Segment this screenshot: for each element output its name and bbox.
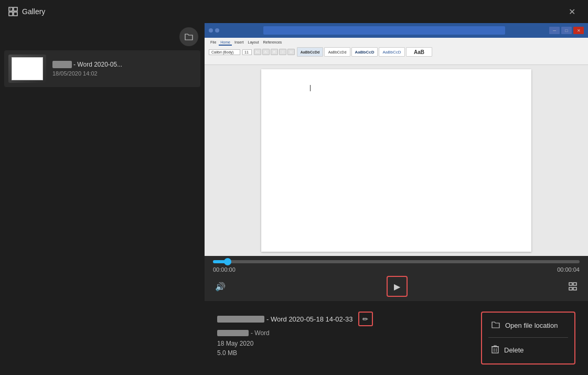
open-folder-icon bbox=[491, 321, 500, 330]
recording-list: - Word 2020-05... 18/05/2020 14:02 bbox=[4, 50, 200, 87]
video-controls: 00:00:00 00:00:04 🔊 ▶ bbox=[205, 256, 588, 301]
blurred-name bbox=[52, 61, 72, 68]
file-info: - Word 2020-05-18 14-02-33 ✏ - Word 18 M… bbox=[217, 312, 460, 357]
folder-icon bbox=[185, 33, 193, 40]
svg-rect-7 bbox=[569, 287, 572, 290]
video-container: ─ □ ✕ File Home Insert Layout bbox=[205, 23, 588, 256]
svg-rect-3 bbox=[14, 12, 17, 16]
word-page bbox=[261, 69, 531, 252]
title-bar: Gallery ✕ bbox=[0, 0, 588, 23]
volume-icon: 🔊 bbox=[215, 282, 226, 292]
open-file-location-button[interactable]: Open file location bbox=[488, 317, 568, 334]
recording-thumbnail bbox=[8, 55, 46, 83]
fullscreen-button[interactable] bbox=[566, 280, 580, 293]
folder-button[interactable] bbox=[179, 27, 198, 46]
file-title: - Word 2020-05-18 14-02-33 bbox=[217, 315, 353, 323]
svg-rect-9 bbox=[492, 347, 498, 353]
fullscreen-icon bbox=[568, 282, 578, 291]
volume-button[interactable]: 🔊 bbox=[213, 280, 228, 294]
word-body bbox=[205, 65, 588, 256]
recording-date: 18/05/2020 14:02 bbox=[52, 70, 122, 77]
word-screenshot: ─ □ ✕ File Home Insert Layout bbox=[205, 23, 588, 256]
play-icon: ▶ bbox=[394, 282, 400, 292]
svg-rect-5 bbox=[569, 283, 572, 285]
trash-icon bbox=[491, 345, 499, 355]
svg-marker-4 bbox=[10, 8, 11, 9]
play-icon bbox=[24, 64, 31, 73]
delete-button[interactable]: Delete bbox=[488, 341, 568, 359]
action-buttons: Open file location bbox=[481, 312, 575, 365]
title-bar-left: Gallery bbox=[8, 7, 45, 16]
app-window: Gallery ✕ bbox=[0, 0, 588, 375]
gallery-icon bbox=[8, 7, 18, 16]
svg-rect-6 bbox=[573, 283, 576, 285]
file-date: 18 May 2020 bbox=[217, 340, 460, 347]
word-top-bar: ─ □ ✕ bbox=[205, 23, 588, 38]
file-app: - Word bbox=[217, 329, 460, 337]
blurred-app bbox=[217, 330, 249, 336]
play-button[interactable]: ▶ bbox=[387, 276, 408, 297]
svg-rect-0 bbox=[9, 7, 13, 11]
progress-thumb[interactable] bbox=[224, 258, 231, 265]
time-total: 00:00:04 bbox=[557, 266, 580, 273]
edit-icon: ✏ bbox=[362, 315, 368, 323]
window-title: Gallery bbox=[22, 7, 45, 16]
player-area: ─ □ ✕ File Home Insert Layout bbox=[205, 23, 588, 375]
blurred-title bbox=[217, 316, 264, 323]
time-row: 00:00:00 00:00:04 bbox=[213, 266, 580, 273]
sidebar: - Word 2020-05... 18/05/2020 14:02 bbox=[0, 23, 205, 375]
recording-name: - Word 2020-05... bbox=[52, 61, 122, 68]
word-search-bar bbox=[263, 26, 505, 35]
info-area: - Word 2020-05-18 14-02-33 ✏ - Word 18 M… bbox=[205, 301, 588, 375]
svg-rect-1 bbox=[14, 7, 17, 11]
controls-row: 🔊 ▶ bbox=[213, 276, 580, 297]
content-area: - Word 2020-05... 18/05/2020 14:02 bbox=[0, 23, 588, 375]
close-button[interactable]: ✕ bbox=[564, 4, 580, 19]
svg-rect-2 bbox=[9, 12, 13, 16]
svg-rect-8 bbox=[573, 287, 576, 290]
list-item[interactable]: - Word 2020-05... 18/05/2020 14:02 bbox=[4, 50, 200, 87]
file-size: 5.0 MB bbox=[217, 349, 460, 357]
file-title-row: - Word 2020-05-18 14-02-33 ✏ bbox=[217, 312, 460, 326]
word-cursor bbox=[310, 85, 311, 91]
action-divider bbox=[488, 337, 568, 338]
edit-button[interactable]: ✏ bbox=[358, 312, 373, 326]
recording-info: - Word 2020-05... 18/05/2020 14:02 bbox=[52, 61, 122, 77]
time-current: 00:00:00 bbox=[213, 266, 236, 273]
progress-bar[interactable] bbox=[213, 260, 580, 263]
word-ribbon: File Home Insert Layout References Calib… bbox=[205, 38, 588, 65]
